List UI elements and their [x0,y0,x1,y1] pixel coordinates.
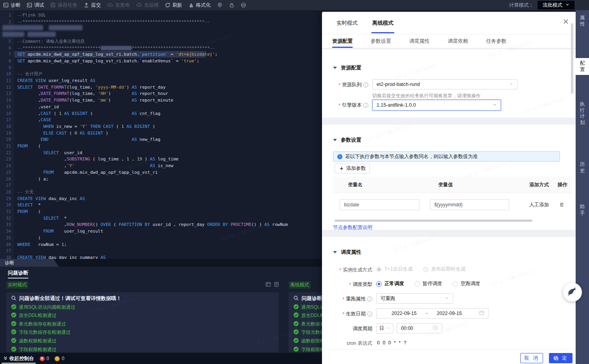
cycle-time-picker[interactable]: 00:00 [397,323,442,333]
cloud-up-icon [136,2,142,8]
panel-subtab-资源配置[interactable]: 资源配置 [332,38,353,45]
panel-subtab-调度依赖[interactable]: 调度依赖 [448,38,468,45]
date-range-picker[interactable]: 2022-09-15 ~ 2022-09-15 [376,308,488,318]
code-text: --**************************************… [17,18,210,25]
diagnosis-check-item: 原生DDL检测通过 [293,312,322,319]
toolbar-button-调试[interactable]: 调试 [27,2,44,9]
params-info-banner: i 若以下执行参数与本节点输入参数同名，则以输入参数值为准 [333,151,560,162]
compute-mode-select[interactable]: 流批模式 [538,1,574,9]
param-col-header: 变量名 [348,182,363,188]
diagnosis-summary-text: 问题诊断全部通过！调试可查看详情数据哦！ [19,295,121,302]
error-count[interactable]: ✕ 0 [40,356,49,361]
warning-count[interactable]: ! 0 [55,356,64,361]
check-icon [11,346,16,352]
code-text: SET apcdm.mix_dwd_ap_opf_tapp_log_vst_ri… [17,51,218,58]
side-tab-配置[interactable]: 配置 [576,58,589,75]
panel-subtab-参数设置[interactable]: 参数设置 [371,38,391,45]
code-token: 'Y' [67,163,75,168]
rerun-select[interactable]: 可重跑 [376,293,453,304]
code-text: -- 分天 [17,189,34,195]
diagnosis-summary: 问题诊断全部通过！调试可查看详情数据哦！ [293,295,322,302]
diagnosis-check-item: 函数权限检测通过 [293,338,322,344]
collapse-console-button[interactable]: 收起控制台 [3,353,34,364]
code-token: ( [67,131,75,136]
panel-tabs: 实时模式离线模式 [336,12,394,35]
radio-icon[interactable] [452,281,458,287]
code-token: ( log_time , [90,157,126,162]
info-icon[interactable]: i [367,311,372,317]
radio-option-发布后即时生成: 发布后即时生成 [423,266,466,273]
compute-mode-value: 流批模式 [543,2,562,9]
param-doc-link[interactable]: 节点参数配置说明 [333,224,372,231]
code-token: SET [17,52,25,57]
cancel-button[interactable]: 取 消 [520,353,543,363]
more-icon[interactable] [241,2,246,8]
param-name-input[interactable]: bizdate [340,199,419,210]
info-icon[interactable]: i [363,82,368,87]
date-end: 2022-09-15 [437,311,462,316]
add-param-button[interactable]: ＋ 添加参数 [335,164,370,173]
params-section-header[interactable]: 参数设置 [333,136,361,144]
side-tab-执行计划[interactable]: 执行计划 [576,99,589,128]
document-icon[interactable] [274,282,279,289]
assistant-mascot-button[interactable] [563,283,582,302]
cycle-unit-select[interactable]: 日 [376,323,393,333]
radio-icon[interactable] [376,281,382,287]
horizontal-scrollbar[interactable] [335,220,532,222]
panel-subtab-调度属性[interactable]: 调度属性 [409,38,430,45]
schedule-section-header[interactable]: 调度属性 [333,249,361,256]
side-tab-属性[interactable]: 属性 [576,13,589,29]
realtime-mode-label: 实时模式 [6,281,28,289]
radio-option-正常调度[interactable]: 正常调度 [376,280,404,287]
radio-option-暂停调度[interactable]: 暂停调度 [414,280,442,287]
radio-option-T+1次日生成: T+1次日生成 [376,266,413,273]
line-number: 10 [0,71,11,77]
info-icon[interactable]: i [367,297,372,302]
toolbar-items: 诊断调试保存任务提交去发布去运维刷新格式化 [0,2,246,9]
window-code-icon[interactable] [265,282,271,289]
toolbar-button-诊断[interactable]: 诊断 [3,2,20,9]
check-icon [293,312,299,319]
code-token: report_day [137,85,166,90]
code-text: ) a; [17,176,48,182]
code-token: user_id , report_day [150,222,207,227]
panel-tab-离线模式[interactable]: 离线模式 [371,20,394,27]
param-value-input[interactable]: ${yyyymmdd} [430,199,509,210]
close-icon[interactable] [562,18,569,25]
check-icon [11,304,16,311]
queue-select[interactable]: et2-prod-batch-rund [372,79,518,89]
lock-icon[interactable] [229,2,234,8]
side-tab-历史[interactable]: 历史 [576,159,589,176]
code-token: WHERE [17,242,30,247]
toolbar-button-label: 刷新 [172,2,182,9]
tab-diagnosis[interactable]: 诊断 [0,259,59,267]
search-icon [293,295,299,302]
diagnosis-check-item: 字段元数据存在检测通过 [293,329,322,336]
diagnosis-title[interactable]: 问题诊断 [8,269,28,277]
panel-tab-实时模式[interactable]: 实时模式 [336,20,359,27]
code-text: FROM ( [17,143,41,149]
panel-scrollbar[interactable] [571,23,573,94]
engine-value: 1.15-antflink-1.0.0 [377,102,416,108]
diagnosis-box-realtime: 问题诊断全部通过！调试可查看详情数据哦！通用SQL语法问题检测通过原生DDL检测… [6,292,279,352]
side-tab-助手[interactable]: 助手 [576,202,589,218]
radio-option-空跑调度[interactable]: 空跑调度 [452,280,480,287]
code-token: ( [111,222,119,227]
engine-select[interactable]: 1.15-antflink-1.0.0 [372,100,501,111]
confirm-button[interactable]: 确 定 [549,353,573,363]
chevron-down-icon [565,2,569,8]
chevron-double-down-icon [3,356,8,362]
resource-section-header[interactable]: 资源配置 [333,64,361,71]
code-token: ) [108,98,132,103]
code-editor[interactable]: 1--Flink SQL2--*************************… [0,10,322,259]
toolbar-button-格式化[interactable]: 格式化 [188,2,211,9]
pin-icon[interactable] [217,2,223,8]
info-icon[interactable]: i [363,103,368,108]
toolbar-button-提交[interactable]: 提交 [84,2,101,9]
radio-icon[interactable] [414,281,420,287]
code-token: ( [113,124,121,129]
check-item-label: 通用SQL语法问题检测通过 [19,304,75,311]
panel-subtab-任务参数[interactable]: 任务参数 [486,38,507,45]
toolbar-button-刷新[interactable]: 刷新 [165,2,182,9]
trash-icon[interactable] [559,202,564,209]
